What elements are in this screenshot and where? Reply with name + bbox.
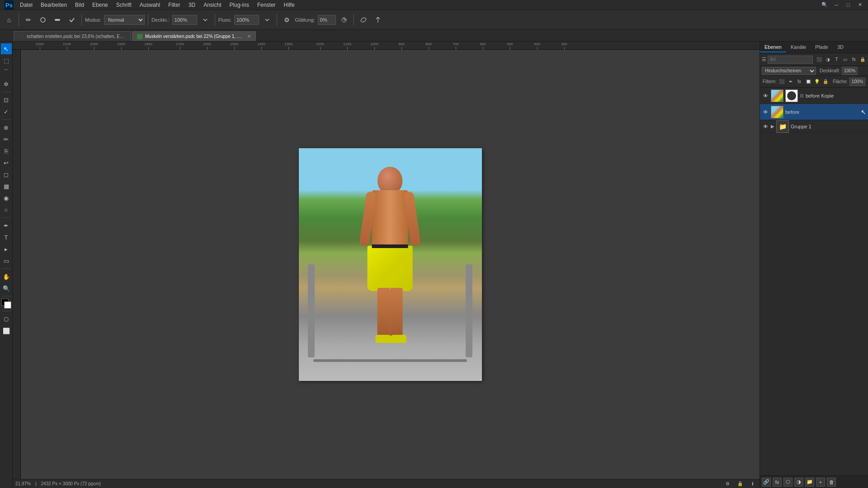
- screen-mode-btn[interactable]: ⬜: [1, 325, 12, 336]
- glattung-input[interactable]: [318, 15, 336, 25]
- tab-close-icon[interactable]: ✕: [247, 34, 251, 39]
- visibility-before[interactable]: 👁: [762, 108, 769, 116]
- eyedropper-tool[interactable]: ✓: [1, 106, 12, 117]
- home-btn[interactable]: ⌂: [3, 14, 15, 26]
- gradient-tool[interactable]: ▦: [1, 181, 12, 192]
- angle-btn[interactable]: [338, 14, 350, 26]
- fluss-toggle-btn[interactable]: [261, 14, 274, 26]
- menu-schrift[interactable]: Schrift: [113, 1, 135, 9]
- crop-tool[interactable]: ⊡: [1, 94, 12, 105]
- menu-plugins[interactable]: Plug-ins: [226, 1, 253, 9]
- menu-ebene[interactable]: Ebene: [89, 1, 112, 9]
- menu-filter[interactable]: Filter: [165, 1, 184, 9]
- brush-toggle-btn[interactable]: [66, 14, 78, 26]
- layer-mask-btn[interactable]: ⬡: [783, 478, 793, 487]
- status-settings-btn[interactable]: ⚙: [723, 480, 731, 488]
- shape-tool[interactable]: ▭: [1, 255, 12, 266]
- layer-effect-icon[interactable]: fx: [850, 56, 858, 64]
- brush-angle-indicator[interactable]: [357, 14, 370, 26]
- fluss-input[interactable]: [234, 15, 259, 25]
- tab-schatten[interactable]: schatten erstellen.psdc bei 23,6% (schat…: [14, 31, 131, 41]
- hand-tool[interactable]: ✋: [1, 271, 12, 282]
- history-brush-tool[interactable]: ↩: [1, 157, 12, 168]
- close-btn[interactable]: ✕: [854, 1, 865, 9]
- blend-mode-select[interactable]: Hindurchscheinen: [762, 67, 816, 75]
- magic-wand-tool[interactable]: ✲: [1, 79, 12, 89]
- filter-path-btn[interactable]: ✒: [787, 78, 794, 86]
- layer-adjustment-btn[interactable]: ◑: [794, 478, 803, 487]
- blur-tool[interactable]: ◉: [1, 192, 12, 203]
- ruler-label: 400: [534, 42, 540, 46]
- canvas-image[interactable]: [299, 148, 482, 381]
- filter-lock-btn[interactable]: 🔒: [822, 78, 829, 86]
- menu-bearbeiten[interactable]: Bearbeiten: [37, 1, 71, 9]
- lasso-tool[interactable]: ⌒: [1, 67, 12, 78]
- brush-preset-btn[interactable]: [51, 14, 64, 26]
- zoom-tool[interactable]: 🔍: [1, 283, 12, 294]
- brush-tool[interactable]: ✏: [1, 134, 12, 145]
- status-info-btn[interactable]: ℹ: [749, 480, 757, 488]
- path-selection-tool[interactable]: ▸: [1, 244, 12, 254]
- visibility-before-kopie[interactable]: 👁: [762, 92, 769, 99]
- layers-search-input[interactable]: [768, 56, 813, 64]
- text-tool[interactable]: T: [1, 232, 12, 243]
- menu-auswahl[interactable]: Auswahl: [136, 1, 164, 9]
- brush-tool-btn[interactable]: ✏: [22, 14, 35, 26]
- tab-ebenen[interactable]: Ebenen: [760, 42, 786, 52]
- deckkraft-value-input[interactable]: [842, 67, 858, 75]
- layer-fx-btn[interactable]: fx: [773, 478, 782, 487]
- layer-gruppe1[interactable]: 👁 ▶ 📁 Gruppe 1: [760, 120, 868, 133]
- foreground-color[interactable]: [1, 299, 11, 309]
- group-arrow-icon[interactable]: ▶: [771, 124, 774, 129]
- layer-new-btn[interactable]: +: [816, 478, 825, 487]
- settings-btn[interactable]: ⚙: [280, 14, 293, 26]
- layer-thumb-before-kopie: [771, 89, 783, 102]
- menu-fenster[interactable]: Fenster: [254, 1, 279, 9]
- selection-tool[interactable]: ⬚: [1, 55, 12, 66]
- deckkraft-toggle-btn[interactable]: [199, 14, 212, 26]
- minimize-btn[interactable]: ─: [831, 1, 842, 9]
- filter-fx-btn[interactable]: fx: [796, 78, 802, 86]
- menu-ansicht[interactable]: Ansicht: [200, 1, 225, 9]
- layer-delete-btn[interactable]: 🗑: [827, 478, 836, 487]
- tab-muskeln[interactable]: Muskeln verstärken.psdc bei 22% (Gruppe …: [132, 31, 256, 41]
- tab-3d[interactable]: 3D: [833, 42, 848, 52]
- layer-pixel-icon[interactable]: ⬛: [816, 56, 823, 64]
- canvas-image-wrapper[interactable]: [21, 50, 760, 479]
- symmetry-btn[interactable]: [372, 14, 384, 26]
- dodge-tool[interactable]: ○: [1, 204, 12, 215]
- canvas-area[interactable]: 2200 2100 2000 1900 1800 1700 1600 1500 …: [13, 42, 760, 488]
- layer-type-icon[interactable]: T: [833, 56, 840, 64]
- deckkraft-input[interactable]: [172, 15, 197, 25]
- filter-color-btn[interactable]: 🔲: [805, 78, 811, 86]
- filter-smart-btn[interactable]: 💡: [813, 78, 820, 86]
- maximize-btn[interactable]: □: [843, 1, 854, 9]
- brush-settings-btn[interactable]: [37, 14, 49, 26]
- menu-bild[interactable]: Bild: [71, 1, 88, 9]
- filter-pixel-btn[interactable]: ⬛: [778, 78, 785, 86]
- quick-mask-btn[interactable]: ⬡: [1, 314, 12, 324]
- layer-before-kopie[interactable]: 👁 ⛓ before Kopie: [760, 88, 868, 104]
- visibility-gruppe1[interactable]: 👁: [762, 123, 769, 130]
- layer-adjust-icon[interactable]: ◑: [824, 56, 831, 64]
- layer-before[interactable]: 👁 before ↖: [760, 104, 868, 120]
- tab-kanaele[interactable]: Kanäle: [786, 42, 811, 52]
- clone-stamp-tool[interactable]: ⎘: [1, 145, 12, 156]
- menu-datei[interactable]: Datei: [16, 1, 36, 9]
- flaeche-value-input[interactable]: [849, 78, 865, 86]
- menu-3d[interactable]: 3D: [185, 1, 199, 9]
- layer-link-btn[interactable]: 🔗: [762, 478, 771, 487]
- modus-select[interactable]: Normal: [104, 15, 145, 25]
- app-icon[interactable]: Ps: [3, 1, 15, 9]
- spot-healing-tool[interactable]: ⊕: [1, 122, 12, 133]
- pen-tool[interactable]: ✒: [1, 220, 12, 231]
- move-tool[interactable]: ↖: [1, 43, 12, 54]
- search-btn[interactable]: 🔍: [819, 1, 830, 9]
- menu-hilfe[interactable]: Hilfe: [280, 1, 298, 9]
- status-lock-btn[interactable]: 🔒: [736, 480, 744, 488]
- tab-pfade[interactable]: Pfade: [811, 42, 833, 52]
- layer-shape-icon[interactable]: ▭: [842, 56, 849, 64]
- layer-filter-toggle[interactable]: 🔒: [859, 56, 866, 64]
- eraser-tool[interactable]: ◻: [1, 169, 12, 180]
- layer-group-btn[interactable]: 📁: [805, 478, 814, 487]
